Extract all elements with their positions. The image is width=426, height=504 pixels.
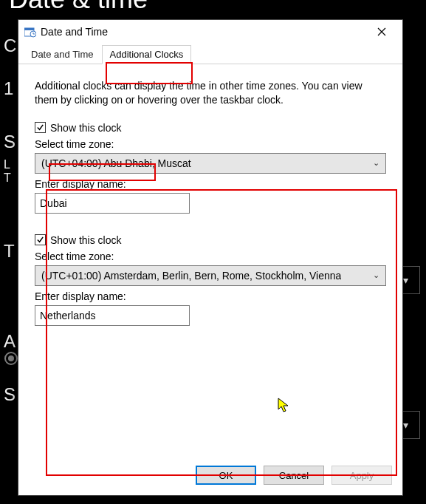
clock1-tz-value: (UTC+04:00) Abu Dhabi, Muscat [41,157,191,169]
bg-text: T [4,171,11,185]
clock-1-block: Show this clock Select time zone: (UTC+0… [35,122,386,214]
bg-text: L [4,158,10,171]
tab-additional-clocks[interactable]: Additional Clocks [102,45,192,64]
bg-text: 1 [4,78,13,99]
chevron-down-icon: ▾ [403,419,408,431]
clock2-show-checkbox[interactable] [35,234,46,245]
clock1-show-label: Show this clock [50,122,121,134]
date-time-dialog: Date and Time Date and Time Additional C… [18,19,403,496]
clock1-show-checkbox[interactable] [35,122,46,133]
chevron-down-icon: ▾ [403,274,408,286]
ok-button[interactable]: OK [196,466,256,485]
bg-text: A [4,331,16,352]
check-icon [36,123,44,132]
chevron-down-icon: ⌄ [373,158,379,168]
close-icon [377,27,386,36]
clock1-tz-select[interactable]: (UTC+04:00) Abu Dhabi, Muscat ⌄ [35,153,386,174]
dialog-body: Additional clocks can display the time i… [18,64,402,458]
button-row: OK Cancel Apply [18,458,402,495]
apply-button[interactable]: Apply [331,466,392,485]
bg-text: S [4,132,16,152]
clock2-name-label: Enter display name: [35,290,386,302]
dialog-title: Date and Time [41,26,367,38]
svg-rect-1 [24,28,34,30]
date-time-icon [24,26,36,38]
clock-2-block: Show this clock Select time zone: (UTC+0… [35,234,386,326]
bg-text: C [4,35,16,56]
cancel-button[interactable]: Cancel [264,466,324,485]
bg-text: S [4,384,16,405]
clock1-name-label: Enter display name: [35,178,386,190]
cursor-icon [278,398,291,414]
tab-strip: Date and Time Additional Clocks [18,44,402,64]
bg-page-title: Date & time [9,0,148,15]
bg-text: T [4,241,15,262]
chevron-down-icon: ⌄ [373,270,379,280]
clock2-show-label: Show this clock [50,234,121,246]
clock2-name-input[interactable]: Netherlands [35,305,190,326]
close-button[interactable] [367,21,396,42]
intro-text: Additional clocks can display the time i… [35,79,386,107]
clock2-tz-value: (UTC+01:00) Amsterdam, Berlin, Bern, Rom… [41,270,341,282]
clock2-name-value: Netherlands [40,310,96,321]
titlebar: Date and Time [18,20,402,44]
clock1-tz-label: Select time zone: [35,138,386,150]
clock2-tz-label: Select time zone: [35,251,386,262]
clock1-name-value: Dubai [40,197,67,209]
clock1-name-input[interactable]: Dubai [35,193,190,214]
check-icon [36,236,44,244]
bg-radio [4,352,18,365]
tab-date-and-time[interactable]: Date and Time [23,45,102,64]
clock2-tz-select[interactable]: (UTC+01:00) Amsterdam, Berlin, Bern, Rom… [35,265,386,286]
